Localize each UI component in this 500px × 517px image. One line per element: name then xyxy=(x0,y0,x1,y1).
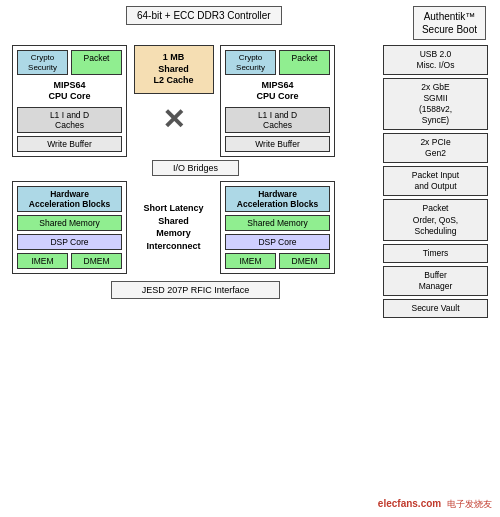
short-latency-box: Short Latency Shared Memory Interconnect xyxy=(131,181,216,274)
packet-right: Packet xyxy=(279,50,330,75)
cpu-left-block: Crypto Security Packet MIPS64 CPU Core L… xyxy=(12,45,127,157)
shared-mem-right: Shared Memory xyxy=(225,215,330,231)
watermark-cn-text: 电子发烧友 xyxy=(447,499,492,509)
watermark-area: elecfans.com 电子发烧友 xyxy=(378,498,492,511)
cpu-right-block: Crypto Security Packet MIPS64 CPU Core L… xyxy=(220,45,335,157)
accel-right-block: Hardware Acceleration Blocks Shared Memo… xyxy=(220,181,335,274)
write-buffer-right: Write Buffer xyxy=(225,136,330,152)
imem-right: IMEM xyxy=(225,253,276,269)
dmem-right: DMEM xyxy=(279,253,330,269)
l2-cache-box: 1 MB Shared L2 Cache xyxy=(134,45,214,94)
buffer-manager-box: Buffer Manager xyxy=(383,266,488,296)
accel-right-label: Hardware Acceleration Blocks xyxy=(225,186,330,212)
cpu-core-left-label: MIPS64 CPU Core xyxy=(17,78,122,104)
timers-box: Timers xyxy=(383,244,488,263)
usb-io-box: USB 2.0 Misc. I/Os xyxy=(383,45,488,75)
watermark-text: elecfans.com xyxy=(378,498,441,509)
packet-input-box: Packet Input and Output xyxy=(383,166,488,196)
accel-left-label: Hardware Acceleration Blocks xyxy=(17,186,122,212)
packet-left: Packet xyxy=(71,50,122,75)
dmem-left: DMEM xyxy=(71,253,122,269)
imem-left: IMEM xyxy=(17,253,68,269)
packet-order-box: Packet Order, QoS, Scheduling xyxy=(383,199,488,240)
shared-mem-left: Shared Memory xyxy=(17,215,122,231)
accel-left-block: Hardware Acceleration Blocks Shared Memo… xyxy=(12,181,127,274)
gbe-io-box: 2x GbE SGMII (1588v2, SyncE) xyxy=(383,78,488,130)
io-panel: USB 2.0 Misc. I/Os 2x GbE SGMII (1588v2,… xyxy=(383,45,488,318)
secure-vault-box: Secure Vault xyxy=(383,299,488,318)
crypto-security-right: Crypto Security xyxy=(225,50,276,75)
write-buffer-left: Write Buffer xyxy=(17,136,122,152)
secure-boot-label: Authentik™ Secure Boot xyxy=(413,6,486,40)
jesd-label: JESD 207P RFIC Interface xyxy=(111,281,280,299)
ddr3-controller-label: 64-bit + ECC DDR3 Controller xyxy=(126,6,282,25)
crypto-security-left: Crypto Security xyxy=(17,50,68,75)
cross-symbol: ✕ xyxy=(162,106,185,134)
dsp-core-right: DSP Core xyxy=(225,234,330,250)
dsp-core-left: DSP Core xyxy=(17,234,122,250)
diagram-container: 64-bit + ECC DDR3 Controller Authentik™ … xyxy=(0,0,500,517)
l1-cache-left: L1 I and D Caches xyxy=(17,107,122,133)
center-column: 1 MB Shared L2 Cache ✕ xyxy=(131,45,216,157)
cpu-core-right-label: MIPS64 CPU Core xyxy=(225,78,330,104)
io-bridges-label: I/O Bridges xyxy=(152,160,239,176)
pcie-io-box: 2x PCIe Gen2 xyxy=(383,133,488,163)
l1-cache-right: L1 I and D Caches xyxy=(225,107,330,133)
